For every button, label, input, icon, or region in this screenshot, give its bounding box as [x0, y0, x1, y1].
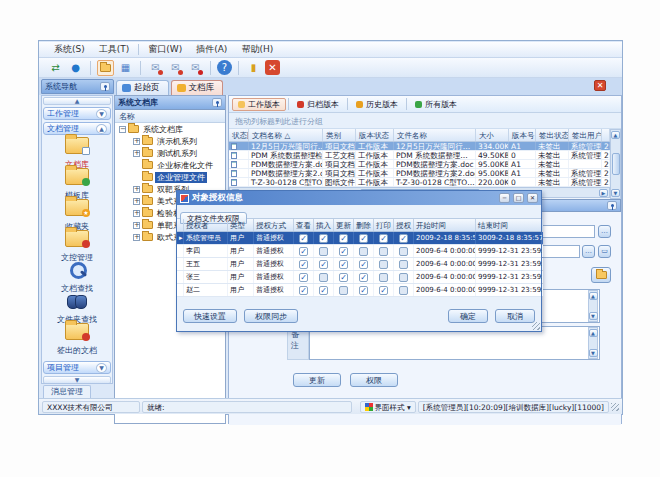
permission-checkbox[interactable]: [399, 247, 408, 256]
layout-icon[interactable]: ▦: [117, 60, 134, 76]
table-row[interactable]: PDM数据整理方案.doc项目文档工作版本PDM数据整理方案.doc95.00K…: [229, 160, 621, 169]
minimize-icon[interactable]: ─: [499, 193, 510, 203]
perm-column-header-2[interactable]: 类型: [228, 219, 254, 231]
menu-item-0[interactable]: 系统(S): [47, 42, 92, 57]
pin-icon[interactable]: [212, 98, 222, 107]
column-header-7[interactable]: 签出状态: [536, 129, 569, 141]
permission-checkbox[interactable]: ✓: [379, 234, 388, 243]
column-header-1[interactable]: 文档名称 △: [249, 129, 323, 141]
permission-checkbox[interactable]: ✓: [319, 234, 328, 243]
tree-node-4[interactable]: 企业管理文件: [133, 171, 207, 183]
ellipsis-button[interactable]: …: [598, 225, 611, 238]
exit-icon[interactable]: ✕: [265, 60, 280, 75]
tree-node-0[interactable]: −系统文档库: [119, 123, 185, 135]
scroll-up-icon[interactable]: ▲: [611, 131, 620, 139]
tab-0[interactable]: 起始页: [116, 80, 169, 95]
column-header-6[interactable]: 版本号: [509, 129, 536, 141]
scroll-up-icon[interactable]: ▲: [589, 329, 598, 337]
sidebar-group-project[interactable]: 项目管理 ▼: [43, 361, 111, 374]
column-header-2[interactable]: 类别: [323, 129, 356, 141]
perm-column-header-11[interactable]: 结束时间: [476, 219, 543, 231]
permission-checkbox[interactable]: ✓: [339, 260, 348, 269]
scroll-down-icon[interactable]: ▼: [589, 349, 598, 357]
table-row[interactable]: T-Z-30-0128 C型TO…图纸文件工作版本T-Z-30-0128 C型T…: [229, 178, 621, 187]
chevron-up-icon[interactable]: ▲: [96, 124, 107, 134]
permission-sync-button[interactable]: 权限同步: [244, 309, 298, 323]
column-header-5[interactable]: 大小: [476, 129, 509, 141]
scroll-down-icon[interactable]: ▼: [611, 189, 620, 197]
permission-row[interactable]: 李四用户普通授权✓✓2009-6-4 0:00:009999-12-31 23:…: [177, 245, 541, 258]
permission-checkbox[interactable]: ✓: [359, 273, 368, 282]
sidebar-item-0[interactable]: 文档库: [42, 137, 112, 170]
expander-icon[interactable]: −: [119, 126, 126, 133]
detail-scrollbar[interactable]: ▲ ▼: [588, 290, 598, 322]
scroll-down-icon[interactable]: ▼: [589, 312, 598, 320]
perm-column-header-5[interactable]: 插入: [314, 219, 334, 231]
ok-button[interactable]: 确定: [448, 309, 488, 323]
resize-grip[interactable]: [532, 322, 540, 330]
close-tab-icon[interactable]: ✕: [594, 80, 606, 91]
permission-checkbox[interactable]: [399, 273, 408, 282]
permission-button[interactable]: 权限: [350, 373, 398, 387]
column-header-4[interactable]: 文件名称: [394, 129, 476, 141]
message-management-tab[interactable]: 消息管理: [43, 385, 91, 398]
tab-1[interactable]: 文档库: [171, 80, 224, 95]
maximize-icon[interactable]: □: [513, 193, 524, 203]
column-header-9[interactable]: [602, 129, 610, 141]
ui-style-dropdown[interactable]: 界面样式 ▾: [360, 401, 416, 413]
perm-column-header-0[interactable]: [177, 219, 184, 231]
remark-scrollbar[interactable]: ▲ ▼: [588, 327, 598, 359]
perm-column-header-3[interactable]: 授权方式: [254, 219, 294, 231]
expander-icon[interactable]: +: [133, 186, 140, 193]
permission-checkbox[interactable]: [379, 260, 388, 269]
tree-node-3[interactable]: 企业标准化文件: [133, 159, 215, 171]
perm-column-header-1[interactable]: 授权者: [184, 219, 228, 231]
expander-icon[interactable]: +: [133, 222, 140, 229]
permission-row[interactable]: 赵二用户普通授权✓✓✓✓2009-6-4 0:00:009999-12-31 2…: [177, 284, 541, 297]
open-folder-icon[interactable]: [97, 60, 114, 76]
close-icon[interactable]: ✕: [527, 193, 538, 203]
expander-icon[interactable]: +: [133, 210, 140, 217]
perm-column-header-9[interactable]: 授权: [394, 219, 414, 231]
globe-icon[interactable]: ●: [67, 60, 84, 76]
sidebar-item-2[interactable]: ★收藏夹: [42, 199, 112, 232]
permission-checkbox[interactable]: [379, 247, 388, 256]
dialog-title-bar[interactable]: 对象授权信息 ─ □ ✕: [177, 191, 541, 205]
mail-delete-icon[interactable]: ✉: [187, 60, 204, 76]
permission-checkbox[interactable]: ✓: [359, 260, 368, 269]
permission-checkbox[interactable]: [339, 286, 348, 295]
scroll-up-icon[interactable]: ▲: [43, 97, 111, 105]
resize-grip[interactable]: [611, 403, 619, 411]
version-button-2[interactable]: 历史版本: [350, 98, 404, 111]
perm-column-header-6[interactable]: 更新: [334, 219, 354, 231]
version-button-1[interactable]: 归档版本: [291, 98, 345, 111]
sidebar-group-document[interactable]: 文档管理 ▲: [43, 122, 111, 135]
sync-icon[interactable]: ⇄: [47, 60, 64, 76]
table-row[interactable]: 12月5日万兴隆同行…项目文档工作版本12月5日万兴隆同行…334.00KBA1…: [229, 142, 621, 151]
permission-row[interactable]: ▸系统管理员用户普通授权✓✓✓✓✓✓2009-2-18 8:35:573009-…: [177, 232, 541, 245]
permission-checkbox[interactable]: ✓: [299, 260, 308, 269]
quick-setup-button[interactable]: 快速设置: [183, 309, 237, 323]
permission-checkbox[interactable]: [359, 247, 368, 256]
cancel-button[interactable]: 取消: [495, 309, 535, 323]
permission-checkbox[interactable]: ✓: [339, 234, 348, 243]
perm-column-header-10[interactable]: 开始时间: [414, 219, 476, 231]
table-vertical-scrollbar[interactable]: ▲ ▼: [610, 129, 621, 199]
permission-checkbox[interactable]: ✓: [339, 273, 348, 282]
clear-button[interactable]: ▭: [598, 245, 611, 258]
expander-icon[interactable]: +: [133, 234, 140, 241]
pin-icon[interactable]: [100, 82, 110, 91]
permission-checkbox[interactable]: [319, 273, 328, 282]
chevron-down-icon[interactable]: ▼: [96, 363, 107, 373]
permission-checkbox[interactable]: ✓: [299, 247, 308, 256]
permission-row[interactable]: 张三用户普通授权✓✓✓2009-6-4 0:00:009999-12-31 23…: [177, 271, 541, 284]
perm-column-header-7[interactable]: 删除: [354, 219, 374, 231]
mail-receive-icon[interactable]: ✉: [167, 60, 184, 76]
help-icon[interactable]: ?: [217, 60, 232, 75]
permission-checkbox[interactable]: ✓: [299, 286, 308, 295]
mail-send-icon[interactable]: ✉: [147, 60, 164, 76]
permission-checkbox[interactable]: ✓: [319, 286, 328, 295]
update-button[interactable]: 更新: [293, 373, 341, 387]
sidebar-group-work[interactable]: 工作管理 ▼: [43, 107, 111, 120]
permission-checkbox[interactable]: [399, 260, 408, 269]
